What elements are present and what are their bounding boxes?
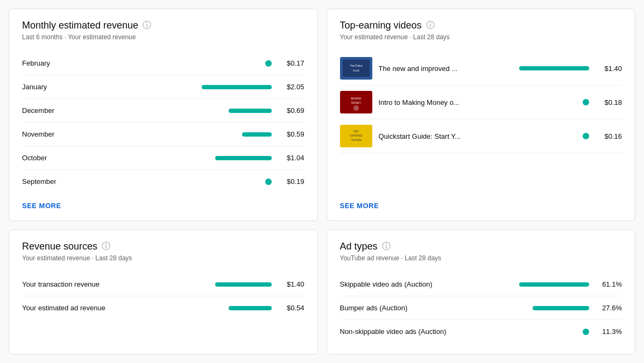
table-row: Your transaction revenue $1.40 xyxy=(22,273,305,296)
bar-container xyxy=(487,66,589,70)
monthly-revenue-header: Monthly estimated revenue ⓘ xyxy=(22,20,305,31)
svg-text:YouTube: YouTube xyxy=(350,64,363,67)
bar-container xyxy=(487,133,589,139)
video-thumbnail: YouTube Studio xyxy=(340,57,372,80)
bar-container xyxy=(458,282,590,287)
bar-chart xyxy=(265,179,272,185)
bar-container xyxy=(119,306,272,310)
monthly-revenue-card: Monthly estimated revenue ⓘ Last 6 month… xyxy=(9,9,318,221)
top-earning-info-icon[interactable]: ⓘ xyxy=(426,20,435,31)
table-row: Bumper ads (Auction) 27.6% xyxy=(340,296,622,320)
row-value: $1.40 xyxy=(598,65,622,73)
video-thumbnail: GET STARTED YouTube xyxy=(340,125,372,147)
bar-chart xyxy=(519,66,589,70)
bar-chart xyxy=(242,132,272,137)
monthly-revenue-subtitle: Last 6 months · Your estimated revenue xyxy=(22,33,305,41)
table-row: MAKING MONEY Intro to Making Money o... … xyxy=(340,86,622,119)
bar-container xyxy=(87,132,272,137)
row-value: $0.59 xyxy=(280,130,305,138)
monthly-revenue-title: Monthly estimated revenue xyxy=(22,20,138,31)
bar-chart xyxy=(583,329,589,335)
bar-container xyxy=(87,60,272,67)
svg-text:STARTED: STARTED xyxy=(350,134,362,137)
row-value: $0.54 xyxy=(280,304,305,312)
dashboard: Monthly estimated revenue ⓘ Last 6 month… xyxy=(0,0,644,363)
video-title: The new and improved ... xyxy=(379,65,481,73)
svg-text:YouTube: YouTube xyxy=(351,138,362,141)
row-label: January xyxy=(22,83,87,91)
bar-container xyxy=(87,109,272,113)
table-row: February $0.17 xyxy=(22,52,305,75)
row-value: $1.04 xyxy=(280,154,305,162)
bar-chart xyxy=(519,282,589,287)
ad-types-info-icon[interactable]: ⓘ xyxy=(382,241,391,252)
row-value: $0.19 xyxy=(280,177,305,186)
ad-types-header: Ad types ⓘ xyxy=(340,241,622,252)
ad-types-title: Ad types xyxy=(340,241,378,252)
row-value: $2.05 xyxy=(280,83,305,91)
top-earning-see-more-button[interactable]: SEE MORE xyxy=(340,202,622,210)
bar-chart xyxy=(215,282,272,287)
svg-rect-1 xyxy=(343,60,370,77)
top-earning-title: Top-earning videos xyxy=(340,20,422,31)
top-earning-subtitle: Your estimated revenue · Last 28 days xyxy=(340,33,622,41)
row-label: Your estimated ad revenue xyxy=(22,304,119,312)
svg-point-7 xyxy=(353,105,359,111)
svg-text:GET: GET xyxy=(353,130,358,133)
table-row: December $0.69 xyxy=(22,99,305,123)
monthly-revenue-info-icon[interactable]: ⓘ xyxy=(143,20,151,31)
bar-container xyxy=(87,156,272,160)
table-row: Skippable video ads (Auction) 61.1% xyxy=(340,273,622,296)
table-row: YouTube Studio The new and improved ... … xyxy=(340,52,622,86)
row-value: 61.1% xyxy=(598,280,622,288)
row-label: December xyxy=(22,106,87,115)
bar-chart xyxy=(229,306,272,310)
row-label: November xyxy=(22,130,87,138)
bar-chart xyxy=(533,306,589,310)
row-value: $0.69 xyxy=(280,106,305,115)
table-row: January $2.05 xyxy=(22,75,305,99)
row-value: 11.3% xyxy=(598,328,622,336)
bar-chart xyxy=(265,60,272,67)
revenue-sources-title: Revenue sources xyxy=(22,241,97,252)
bar-container xyxy=(87,179,272,185)
top-earning-card: Top-earning videos ⓘ Your estimated reve… xyxy=(327,9,636,221)
row-label: Your transaction revenue xyxy=(22,280,119,288)
bar-chart xyxy=(583,99,589,105)
revenue-sources-header: Revenue sources ⓘ xyxy=(22,241,305,252)
table-row: GET STARTED YouTube Quickstart Guide: St… xyxy=(340,119,622,153)
row-label: October xyxy=(22,154,87,162)
row-label: September xyxy=(22,177,87,186)
row-value: $0.16 xyxy=(598,132,622,140)
row-value: $1.40 xyxy=(280,280,305,288)
bar-container xyxy=(458,306,590,310)
bar-chart xyxy=(583,133,589,139)
bar-chart xyxy=(229,109,272,113)
top-earning-header: Top-earning videos ⓘ xyxy=(340,20,622,31)
video-title: Intro to Making Money o... xyxy=(379,98,481,106)
table-row: September $0.19 xyxy=(22,170,305,193)
svg-text:MONEY: MONEY xyxy=(351,101,361,104)
bar-container xyxy=(119,282,272,287)
table-row: Non-skippable video ads (Auction) 11.3% xyxy=(340,320,622,343)
row-value: $0.18 xyxy=(598,98,622,106)
bar-container xyxy=(87,85,272,89)
bar-chart xyxy=(215,156,272,160)
row-label: February xyxy=(22,59,87,67)
bar-container xyxy=(487,99,589,105)
revenue-sources-subtitle: Your estimated revenue · Last 28 days xyxy=(22,254,305,262)
monthly-see-more-button[interactable]: SEE MORE xyxy=(22,202,305,210)
table-row: November $0.59 xyxy=(22,123,305,146)
video-title: Quickstart Guide: Start Y... xyxy=(379,132,481,140)
svg-text:MAKING: MAKING xyxy=(351,97,362,100)
bar-container xyxy=(458,329,590,335)
video-thumbnail: MAKING MONEY xyxy=(340,91,372,113)
revenue-sources-card: Revenue sources ⓘ Your estimated revenue… xyxy=(9,230,318,354)
bar-chart xyxy=(202,85,272,89)
ad-types-subtitle: YouTube ad revenue · Last 28 days xyxy=(340,254,622,262)
row-value: $0.17 xyxy=(280,59,305,67)
table-row: October $1.04 xyxy=(22,146,305,170)
revenue-sources-info-icon[interactable]: ⓘ xyxy=(102,241,110,252)
row-value: 27.6% xyxy=(598,304,622,312)
row-label: Bumper ads (Auction) xyxy=(340,304,458,312)
